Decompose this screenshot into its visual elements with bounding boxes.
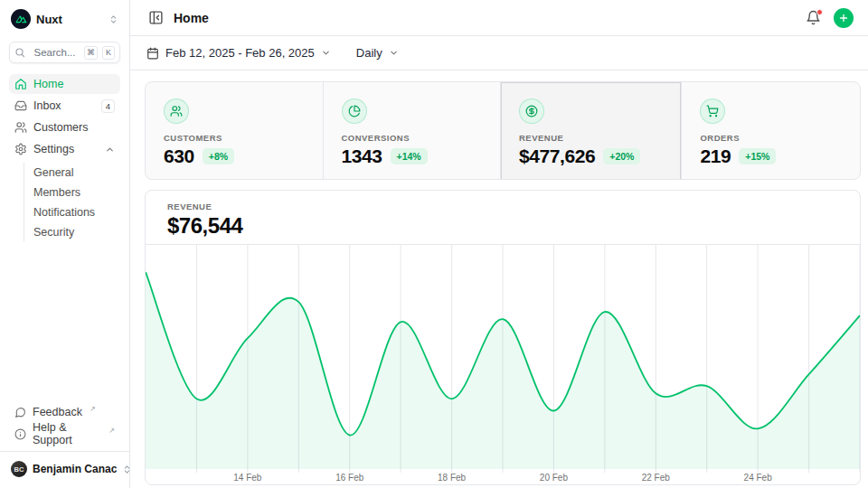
sidebar-nav: Home Inbox 4 Customers Settings Genera xyxy=(9,74,120,241)
sidebar-item-label: Settings xyxy=(33,143,99,155)
x-axis-label: 20 Feb xyxy=(540,473,568,483)
chart-current-value: $76,544 xyxy=(167,213,838,239)
sidebar-item-feedback[interactable]: Feedback ↗ xyxy=(9,402,120,422)
sidebar-item-label: Inbox xyxy=(33,99,95,112)
stat-label: REVENUE xyxy=(519,133,663,143)
sidebar-divider xyxy=(0,451,129,452)
x-axis: 14 Feb16 Feb18 Feb20 Feb22 Feb24 Feb xyxy=(146,473,860,485)
external-link-icon: ↗ xyxy=(90,405,96,413)
nuxt-logo-icon xyxy=(11,9,31,29)
workspace-name: Nuxt xyxy=(36,13,103,26)
sidebar-item-label: Customers xyxy=(33,121,115,134)
add-button[interactable] xyxy=(834,8,854,28)
workspace-switcher[interactable]: Nuxt xyxy=(9,8,120,30)
chart-header: REVENUE $76,544 xyxy=(146,191,860,245)
user-name: Benjamin Canac xyxy=(33,463,117,475)
chart-title: REVENUE xyxy=(167,202,838,211)
revenue-area-chart[interactable] xyxy=(146,245,860,473)
sidebar-item-inbox[interactable]: Inbox 4 xyxy=(9,96,120,116)
stat-card-customers[interactable]: CUSTOMERS 630 +8% xyxy=(146,82,324,180)
stats-row: CUSTOMERS 630 +8% CONVERSIONS 1343 +14% … xyxy=(145,81,861,180)
sidebar-item-notifications[interactable]: Notifications xyxy=(33,202,120,221)
x-axis-label: 16 Feb xyxy=(335,473,363,483)
page-title: Home xyxy=(174,11,804,25)
message-circle-icon xyxy=(14,407,26,418)
calendar-icon xyxy=(146,47,159,60)
stat-card-revenue[interactable]: REVENUE $477,626 +20% xyxy=(501,82,682,180)
chevrons-up-down-icon xyxy=(108,14,118,24)
stat-card-conversions[interactable]: CONVERSIONS 1343 +14% xyxy=(324,82,502,180)
date-range-picker[interactable]: Feb 12, 2025 - Feb 26, 2025 xyxy=(146,46,331,60)
settings-sub-list: General Members Notifications Security xyxy=(24,163,120,241)
dollar-circle-icon xyxy=(519,99,544,124)
inbox-icon xyxy=(14,99,27,112)
pie-chart-icon xyxy=(342,99,367,124)
sidebar-item-settings[interactable]: Settings xyxy=(9,139,120,159)
search-input[interactable]: Search... ⌘ K xyxy=(9,42,120,63)
user-menu[interactable]: BC Benjamin Canac xyxy=(9,457,120,481)
info-circle-icon xyxy=(14,428,26,440)
stat-value: 630 xyxy=(164,145,194,167)
kbd-k: K xyxy=(102,46,115,60)
sidebar-item-general[interactable]: General xyxy=(33,163,120,182)
granularity-value: Daily xyxy=(356,46,382,60)
chevron-down-icon xyxy=(321,48,331,58)
stat-value: 1343 xyxy=(342,145,382,167)
inbox-count-badge: 4 xyxy=(101,99,115,113)
chevron-down-icon xyxy=(389,48,399,58)
collapse-sidebar-button[interactable] xyxy=(146,8,165,27)
sidebar-item-help-support[interactable]: Help & Support ↗ xyxy=(9,424,120,444)
sidebar-item-customers[interactable]: Customers xyxy=(9,117,120,137)
x-axis-label: 22 Feb xyxy=(642,473,670,483)
sidebar-item-label: Home xyxy=(33,78,115,90)
sidebar-item-security[interactable]: Security xyxy=(33,222,120,241)
stat-value: $477,626 xyxy=(519,145,595,167)
sidebar-footer-links: Feedback ↗ Help & Support ↗ xyxy=(9,402,120,444)
notifications-button[interactable] xyxy=(804,8,823,27)
stat-label: CONVERSIONS xyxy=(342,133,483,143)
date-range-value: Feb 12, 2025 - Feb 26, 2025 xyxy=(165,46,315,60)
revenue-chart-card: REVENUE $76,544 14 Feb16 Feb18 Feb20 Feb… xyxy=(145,190,861,485)
sidebar-item-members[interactable]: Members xyxy=(33,183,120,202)
stat-card-orders[interactable]: ORDERS 219 +15% xyxy=(682,82,860,180)
users-icon xyxy=(164,99,189,124)
sidebar-item-home[interactable]: Home xyxy=(9,74,120,94)
main-area: Home Feb 12, 2025 - Feb 26, 2025 Daily xyxy=(130,0,868,488)
delta-badge: +14% xyxy=(391,148,428,164)
gear-icon xyxy=(14,143,27,155)
avatar: BC xyxy=(11,461,27,477)
sidebar-item-label: Feedback xyxy=(33,406,82,418)
delta-badge: +20% xyxy=(603,148,640,164)
chart-svg xyxy=(146,245,860,473)
x-axis-label: 14 Feb xyxy=(233,473,261,483)
stat-label: ORDERS xyxy=(700,133,842,143)
stat-value: 219 xyxy=(700,145,731,167)
x-axis-label: 24 Feb xyxy=(744,473,772,483)
top-bar: Home xyxy=(130,0,868,36)
kbd-meta: ⌘ xyxy=(84,46,98,60)
search-placeholder: Search... xyxy=(30,47,80,58)
stat-label: CUSTOMERS xyxy=(164,133,305,143)
notification-dot xyxy=(816,9,823,15)
sidebar-spacer xyxy=(9,241,120,391)
search-icon xyxy=(14,47,25,58)
sidebar: Nuxt Search... ⌘ K Home Inbox 4 xyxy=(0,0,130,488)
home-icon xyxy=(14,78,27,90)
users-icon xyxy=(14,121,27,134)
delta-badge: +15% xyxy=(739,148,776,164)
sidebar-item-label: Help & Support xyxy=(33,421,101,446)
granularity-select[interactable]: Daily xyxy=(356,46,399,60)
x-axis-label: 18 Feb xyxy=(438,473,466,483)
delta-badge: +8% xyxy=(203,148,234,164)
cart-icon xyxy=(700,99,725,124)
filters-toolbar: Feb 12, 2025 - Feb 26, 2025 Daily xyxy=(130,36,868,70)
external-link-icon: ↗ xyxy=(108,427,115,435)
chevron-up-icon xyxy=(105,145,115,155)
